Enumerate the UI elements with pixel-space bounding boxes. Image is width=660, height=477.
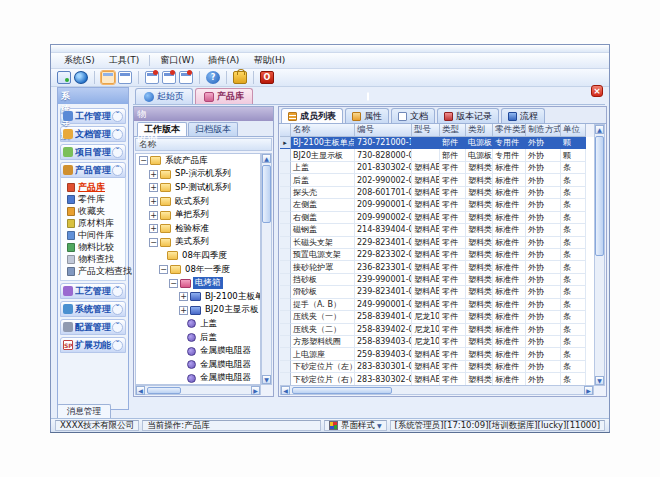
globe-icon[interactable] [74, 71, 88, 84]
member-tab[interactable]: 文档 [391, 108, 435, 123]
chevron-down-icon[interactable]: ˇ [112, 129, 123, 140]
tree-node[interactable]: +单把系列 [136, 208, 260, 222]
collapse-icon[interactable]: − [169, 279, 178, 288]
table-row[interactable]: 下砂定位片（左）283-830301-00X塑料ABS零件塑料类标准件外协条 [280, 361, 594, 373]
ui-style-picker[interactable]: 界面样式 ▼ [324, 420, 387, 431]
scroll-right-icon[interactable]: ▶ [584, 386, 593, 395]
tree-node[interactable]: +BJ-2100主板单点 [136, 290, 260, 304]
tree-node[interactable]: 金属膜电阻器 [136, 358, 260, 372]
table-row[interactable]: 上电源座259-839403-00X塑料ABS零件塑料类标准件外协条 [280, 348, 594, 360]
bom-version-tab[interactable]: 归档版本 [188, 122, 238, 136]
table-row[interactable]: 压线夹（二）258-839402-00X尼龙1010零件塑料类标准件外协条 [280, 324, 594, 336]
bom-version-tab[interactable]: 工作版本 [137, 122, 187, 136]
window-import-icon[interactable] [162, 71, 176, 84]
scroll-down-icon[interactable]: ▼ [595, 376, 604, 385]
column-header[interactable]: 型号 [412, 124, 440, 137]
close-tab-button[interactable]: × [591, 85, 603, 97]
table-vertical-scrollbar[interactable]: ▲ ▼ [594, 124, 605, 386]
expand-icon[interactable]: + [149, 197, 158, 206]
chevron-down-icon[interactable]: ˇ [112, 111, 123, 122]
tree-node[interactable]: −08年一季度 [136, 263, 260, 277]
chevron-down-icon[interactable]: ˇ [112, 340, 123, 351]
window-layout-icon[interactable] [118, 71, 132, 84]
expand-icon[interactable]: + [149, 211, 158, 220]
menu-item-plugin[interactable]: 插件(A) [201, 53, 246, 68]
scroll-left-icon[interactable]: ◀ [136, 386, 145, 395]
table-row[interactable]: 探头壳208-601701-01X塑料ABS零件塑料类标准件外协条 [280, 187, 594, 199]
table-row[interactable]: 预置电源支架229-823302-00X塑料ABS零件塑料类标准件外协条 [280, 249, 594, 261]
tree-node[interactable]: 上盖 [136, 317, 260, 331]
window-titlebar[interactable] [51, 45, 609, 53]
table-row[interactable]: 右侧盖209-990002-01X塑料ABS零件塑料类标准件外协条 [280, 212, 594, 224]
table-row[interactable]: 提手（A. B）249-990001-01X塑料ABS零件塑料类标准件外协条 [280, 299, 594, 311]
scroll-down-icon[interactable]: ▼ [262, 375, 271, 384]
sidebar-section-config[interactable]: 配置管理ˇ [60, 319, 126, 335]
member-tab[interactable]: 版本记录 [437, 108, 499, 123]
tree-node[interactable]: +欧式系列 [136, 195, 260, 209]
table-row[interactable]: 上盖201-830302-00X塑料ABS零件塑料类标准件外协条 [280, 162, 594, 174]
sidebar-header[interactable]: 系统导航 [58, 88, 128, 104]
expand-icon[interactable]: + [179, 306, 188, 315]
message-management-tab[interactable]: 消息管理 [57, 404, 111, 418]
sidebar-item[interactable]: 中间件库 [67, 229, 125, 241]
column-header[interactable]: 制造方式 [526, 124, 561, 137]
chevron-up-icon[interactable]: ˆ [112, 165, 123, 176]
table-row[interactable]: ▸BJ-2100主板单点730-721000-12X部件电源板专用件外协颗 [280, 137, 594, 149]
column-header[interactable]: 名称 [291, 124, 355, 137]
sidebar-section-craft[interactable]: 工艺管理ˇ [60, 283, 126, 299]
sidebar-item[interactable]: 产品文档查找 [67, 265, 125, 277]
document-tab[interactable]: 起始页 [135, 88, 193, 104]
table-row[interactable]: 下砂定位片（右）283-830302-00X塑料ABS零件塑料类标准件外协条 [280, 373, 594, 385]
member-tab[interactable]: 成员列表 [281, 108, 343, 123]
sidebar-item[interactable]: 原材料库 [67, 217, 125, 229]
menu-item-tools[interactable]: 工具(T) [102, 53, 147, 68]
tree-node[interactable]: 金属膜电阻器 [136, 344, 260, 358]
collapse-icon[interactable]: − [149, 238, 158, 247]
sidebar-section-project[interactable]: 项目管理ˇ [60, 144, 126, 160]
table-row[interactable]: 后盖202-990002-01X塑料ABS零件塑料类标准件外协条 [280, 174, 594, 186]
chevron-down-icon[interactable]: ˇ [112, 304, 123, 315]
expand-icon[interactable]: + [149, 183, 158, 192]
column-header[interactable]: 单位 [561, 124, 586, 137]
tree-node[interactable]: +SP-演示机系列 [136, 168, 260, 182]
help-icon[interactable] [206, 71, 220, 84]
menu-item-system[interactable]: 系统(S) [57, 53, 102, 68]
table-row[interactable]: 长磁头支架229-823401-00X塑料ABS零件塑料类标准件外协条 [280, 237, 594, 249]
sidebar-item[interactable]: 物料查找 [67, 253, 125, 265]
scrollbar-thumb[interactable] [262, 165, 271, 223]
window-close-doc-icon[interactable] [145, 71, 159, 84]
tree-node[interactable]: 金属膜电阻器 [136, 372, 260, 386]
tree-node[interactable]: +BJ20主显示板 [136, 304, 260, 318]
window-export-icon[interactable] [179, 71, 193, 84]
table-row[interactable]: 接砂轮护罩236-823301-00X塑料ABS零件塑料类标准件外协条 [280, 261, 594, 273]
member-tab[interactable]: 流程 [501, 108, 545, 123]
chevron-down-icon[interactable]: ˇ [112, 322, 123, 333]
tree-node[interactable]: +SP-测试机系列 [136, 181, 260, 195]
tree-node[interactable]: +检验标准 [136, 222, 260, 236]
tree-node[interactable]: −电烤箱 [136, 276, 260, 290]
scrollbar-thumb[interactable] [292, 387, 392, 394]
column-header[interactable]: 零件类型 [493, 124, 526, 137]
table-row[interactable]: 方形塑料线圈258-839403-00X尼龙1010零件塑料类标准件外协条 [280, 336, 594, 348]
tree-node[interactable]: −系统产品库 [136, 154, 260, 168]
expand-icon[interactable]: + [179, 292, 188, 301]
column-header[interactable]: 类别 [466, 124, 493, 137]
tree-horizontal-scrollbar[interactable]: ◀ ▶ [135, 385, 261, 395]
menu-item-help[interactable]: 帮助(H) [246, 53, 292, 68]
expand-icon[interactable]: + [149, 170, 158, 179]
tree-column-header[interactable]: 名称 [135, 138, 272, 151]
chevron-down-icon[interactable]: ˇ [112, 286, 123, 297]
document-tab[interactable]: 产品库 [195, 88, 253, 104]
column-header[interactable]: 类型 [440, 124, 466, 137]
window-new-icon[interactable] [101, 71, 115, 84]
scrollbar-thumb[interactable] [147, 387, 181, 394]
member-tab[interactable]: 属性 [345, 108, 389, 123]
table-row[interactable]: 挡砂板239-990001-01X塑料ABS零件塑料类标准件外协条 [280, 274, 594, 286]
sidebar-item[interactable]: 物料比较 [67, 241, 125, 253]
lock-icon[interactable] [233, 71, 247, 84]
column-header[interactable]: 编号 [355, 124, 412, 137]
collapse-icon[interactable]: − [139, 156, 148, 165]
table-row[interactable]: BJ20主显示板730-828000-04X部件电源板专用件外协颗 [280, 149, 594, 161]
chevron-down-icon[interactable]: ˇ [112, 147, 123, 158]
table-row[interactable]: 磁钢盖214-839404-01X塑料ABS零件塑料类标准件外协条 [280, 224, 594, 236]
